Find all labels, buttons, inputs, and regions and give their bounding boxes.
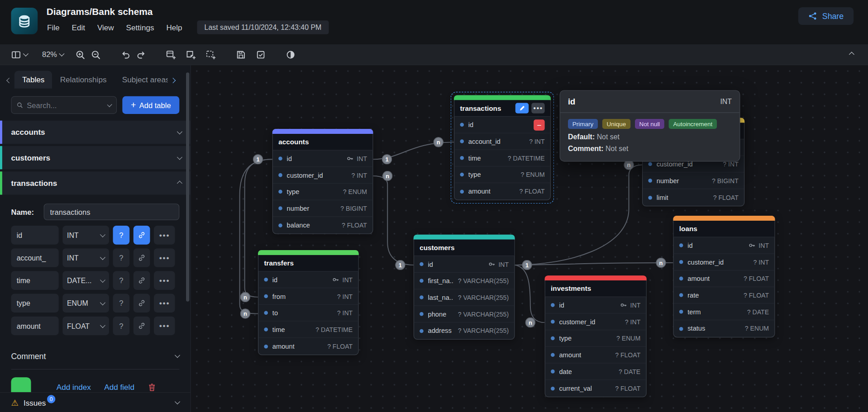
- comment-section[interactable]: Comment: [11, 343, 179, 369]
- table-field-row[interactable]: limit? FLOAT: [643, 189, 744, 206]
- table-field-row[interactable]: rate? FLOAT: [674, 287, 775, 304]
- table-field-row[interactable]: number? BIGINT: [273, 200, 372, 217]
- table-more-button[interactable]: ●●●: [531, 103, 544, 114]
- field-type-select[interactable]: INT: [62, 226, 109, 245]
- table-card-loans[interactable]: loans idINTcustomer_id? INTamount? FLOAT…: [673, 216, 775, 337]
- field-more-button[interactable]: ●●●: [154, 271, 175, 290]
- sidebar-scrollbar[interactable]: [186, 72, 189, 301]
- table-card-customers[interactable]: customers idINTfirst_na...? VARCHAR(255)…: [414, 235, 515, 340]
- layout-panels-button[interactable]: [9, 47, 30, 62]
- field-more-button[interactable]: ●●●: [154, 226, 175, 245]
- delete-field-button[interactable]: −: [534, 119, 544, 130]
- search-dropdown-icon[interactable]: [107, 102, 112, 107]
- table-field-row[interactable]: amount? FLOAT: [258, 338, 358, 355]
- tabs-scroll-right-button[interactable]: [167, 72, 178, 89]
- field-name-input[interactable]: type: [11, 294, 58, 313]
- zoom-out-button[interactable]: [88, 47, 104, 62]
- field-name-input[interactable]: account_: [11, 248, 58, 267]
- table-field-row[interactable]: address? VARCHAR(255): [414, 322, 514, 339]
- table-field-row[interactable]: time? DATETIME: [258, 322, 358, 338]
- table-field-row[interactable]: idINT: [258, 272, 358, 289]
- field-type-select[interactable]: DATE...: [62, 271, 109, 290]
- menu-settings[interactable]: Settings: [120, 21, 160, 34]
- nullable-toggle[interactable]: ?: [113, 317, 130, 336]
- table-field-row[interactable]: number? BIGINT: [643, 173, 744, 189]
- table-field-row[interactable]: first_na...? VARCHAR(255): [414, 273, 514, 289]
- field-more-button[interactable]: ●●●: [154, 317, 175, 336]
- tab-relationships[interactable]: Relationships: [52, 71, 114, 89]
- edit-table-button[interactable]: [515, 103, 529, 114]
- table-field-row[interactable]: to? INT: [258, 305, 358, 322]
- tab-tables[interactable]: Tables: [14, 71, 52, 89]
- table-field-row[interactable]: amount? FLOAT: [674, 270, 775, 287]
- table-field-row[interactable]: phone? VARCHAR(255): [414, 306, 514, 322]
- table-field-row[interactable]: type? ENUM: [273, 184, 372, 200]
- table-field-row[interactable]: time? DATETIME: [454, 150, 550, 166]
- share-button[interactable]: Share: [798, 7, 854, 25]
- sidebar-item-customers[interactable]: customers: [0, 146, 191, 169]
- save-button[interactable]: [233, 47, 248, 62]
- table-card-transactions[interactable]: transactions ●●● id−account_id? INTtime?…: [454, 95, 551, 200]
- table-field-row[interactable]: amount? FLOAT: [454, 183, 550, 200]
- menu-view[interactable]: View: [91, 21, 120, 34]
- key-toggle[interactable]: [134, 226, 150, 245]
- table-field-row[interactable]: status? ENUM: [674, 320, 775, 337]
- redo-button[interactable]: [134, 47, 149, 62]
- table-field-row[interactable]: last_na...? VARCHAR(255): [414, 289, 514, 306]
- table-field-row[interactable]: date? DATE: [545, 364, 646, 380]
- search-box[interactable]: [11, 96, 117, 114]
- table-card-accounts[interactable]: accounts idINTcustomer_id? INTtype? ENUM…: [272, 129, 373, 234]
- field-name-input[interactable]: id: [11, 226, 58, 245]
- table-card-transfers[interactable]: transfers idINTfrom? INTto? INTtime? DAT…: [258, 250, 359, 355]
- zoom-level-button[interactable]: 82%: [40, 47, 66, 62]
- field-more-button[interactable]: ●●●: [154, 248, 175, 267]
- nullable-toggle[interactable]: ?: [113, 271, 130, 290]
- add-area-tool-button[interactable]: [203, 47, 219, 62]
- table-field-row[interactable]: idINT: [545, 297, 646, 314]
- table-field-row[interactable]: idINT: [414, 256, 514, 273]
- tabs-scroll-left-button[interactable]: [3, 72, 14, 89]
- table-field-row[interactable]: customer_id? INT: [273, 167, 372, 184]
- nullable-toggle[interactable]: ?: [113, 248, 130, 267]
- issues-bar[interactable]: ⚠ Issues 0: [0, 392, 191, 412]
- delete-table-button[interactable]: [148, 383, 156, 392]
- field-type-select[interactable]: FLOAT: [62, 317, 109, 336]
- field-type-select[interactable]: ENUM: [62, 294, 109, 313]
- menu-help[interactable]: Help: [160, 21, 188, 34]
- key-toggle[interactable]: [134, 294, 150, 313]
- nullable-toggle[interactable]: ?: [113, 226, 130, 245]
- diagram-canvas[interactable]: credit_cards idINTcustomer_id? INTnumber…: [191, 65, 868, 412]
- key-toggle[interactable]: [134, 317, 150, 336]
- table-card-investments[interactable]: investments idINTcustomer_id? INTtype? E…: [545, 275, 647, 397]
- zoom-in-button[interactable]: [72, 47, 88, 62]
- menu-edit[interactable]: Edit: [66, 21, 91, 34]
- table-field-row[interactable]: idINT: [674, 237, 775, 254]
- key-toggle[interactable]: [134, 248, 150, 267]
- table-field-row[interactable]: idINT: [273, 151, 372, 167]
- table-field-row[interactable]: type? ENUM: [545, 330, 646, 347]
- add-table-tool-button[interactable]: [163, 47, 179, 62]
- table-field-row[interactable]: type? ENUM: [454, 166, 550, 183]
- sidebar-item-transactions[interactable]: transactions: [0, 171, 191, 194]
- table-field-row[interactable]: balance? FLOAT: [273, 217, 372, 233]
- table-field-row[interactable]: account_id? INT: [454, 133, 550, 150]
- search-input[interactable]: [27, 101, 104, 109]
- field-name-input[interactable]: time: [11, 271, 58, 290]
- table-field-row[interactable]: from? INT: [258, 288, 358, 305]
- table-name-input[interactable]: [44, 204, 179, 220]
- field-name-input[interactable]: amount: [11, 317, 58, 336]
- table-field-row[interactable]: id−: [454, 117, 550, 133]
- field-type-select[interactable]: INT: [62, 248, 109, 267]
- field-more-button[interactable]: ●●●: [154, 294, 175, 313]
- tab-subject-areas[interactable]: Subject areas: [114, 71, 167, 89]
- theme-contrast-button[interactable]: [283, 47, 298, 62]
- sidebar-item-accounts[interactable]: accounts: [0, 121, 191, 144]
- table-field-row[interactable]: term? DATE: [674, 304, 775, 321]
- nullable-toggle[interactable]: ?: [113, 294, 130, 313]
- undo-button[interactable]: [118, 47, 134, 62]
- app-logo[interactable]: [11, 8, 38, 34]
- table-field-row[interactable]: amount? FLOAT: [545, 347, 646, 364]
- todo-button[interactable]: [253, 47, 268, 62]
- table-field-row[interactable]: customer_id? INT: [545, 314, 646, 331]
- menu-file[interactable]: File: [41, 21, 66, 34]
